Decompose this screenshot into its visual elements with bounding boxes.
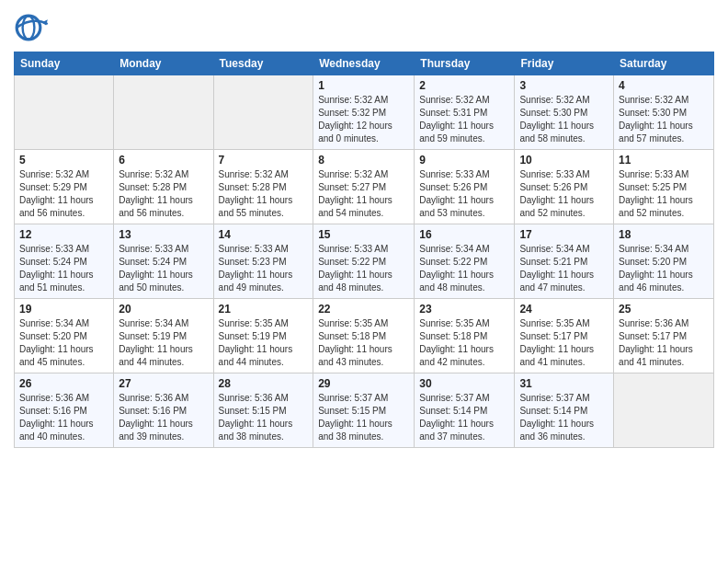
calendar-day: 17Sunrise: 5:34 AM Sunset: 5:21 PM Dayli… (515, 224, 614, 299)
day-number: 26 (19, 377, 108, 390)
day-header-wednesday: Wednesday (313, 52, 415, 75)
calendar-week-5: 26Sunrise: 5:36 AM Sunset: 5:16 PM Dayli… (15, 373, 714, 448)
day-info: Sunrise: 5:32 AM Sunset: 5:28 PM Dayligh… (119, 168, 208, 220)
day-number: 10 (519, 154, 609, 167)
calendar-day: 12Sunrise: 5:33 AM Sunset: 5:24 PM Dayli… (15, 224, 114, 299)
day-number: 14 (219, 228, 309, 241)
day-info: Sunrise: 5:35 AM Sunset: 5:18 PM Dayligh… (419, 317, 509, 369)
calendar-day: 19Sunrise: 5:34 AM Sunset: 5:20 PM Dayli… (15, 299, 114, 373)
day-number: 29 (318, 377, 409, 390)
calendar-day: 27Sunrise: 5:36 AM Sunset: 5:16 PM Dayli… (114, 373, 213, 448)
day-number: 23 (419, 303, 509, 316)
calendar-day: 14Sunrise: 5:33 AM Sunset: 5:23 PM Dayli… (213, 224, 313, 299)
day-number: 31 (519, 377, 609, 390)
calendar-day: 8Sunrise: 5:32 AM Sunset: 5:27 PM Daylig… (313, 150, 415, 224)
day-header-sunday: Sunday (15, 52, 114, 75)
day-number: 3 (519, 79, 609, 92)
day-number: 24 (519, 303, 609, 316)
calendar-day: 6Sunrise: 5:32 AM Sunset: 5:28 PM Daylig… (114, 150, 213, 224)
day-number: 8 (318, 154, 409, 167)
day-info: Sunrise: 5:35 AM Sunset: 5:19 PM Dayligh… (219, 317, 309, 369)
day-number: 25 (619, 303, 709, 316)
day-info: Sunrise: 5:37 AM Sunset: 5:14 PM Dayligh… (519, 392, 609, 443)
calendar-day: 30Sunrise: 5:37 AM Sunset: 5:14 PM Dayli… (415, 373, 515, 448)
day-info: Sunrise: 5:32 AM Sunset: 5:30 PM Dayligh… (519, 94, 609, 145)
calendar-day: 18Sunrise: 5:34 AM Sunset: 5:20 PM Dayli… (614, 224, 714, 299)
day-info: Sunrise: 5:34 AM Sunset: 5:22 PM Dayligh… (419, 243, 509, 294)
day-number: 9 (419, 154, 509, 167)
calendar-day: 11Sunrise: 5:33 AM Sunset: 5:25 PM Dayli… (614, 150, 714, 224)
calendar-day: 3Sunrise: 5:32 AM Sunset: 5:30 PM Daylig… (515, 75, 614, 150)
day-info: Sunrise: 5:32 AM Sunset: 5:29 PM Dayligh… (19, 168, 108, 220)
day-number: 11 (619, 154, 709, 167)
day-info: Sunrise: 5:32 AM Sunset: 5:32 PM Dayligh… (318, 94, 409, 145)
day-number: 15 (318, 228, 409, 241)
calendar-day (114, 75, 213, 150)
svg-point-0 (17, 16, 40, 40)
svg-point-1 (23, 16, 35, 40)
day-number: 6 (119, 154, 208, 167)
calendar-day (213, 75, 313, 150)
day-info: Sunrise: 5:32 AM Sunset: 5:30 PM Dayligh… (619, 94, 709, 145)
day-number: 2 (419, 79, 509, 92)
day-info: Sunrise: 5:34 AM Sunset: 5:20 PM Dayligh… (19, 317, 108, 369)
day-header-thursday: Thursday (415, 52, 515, 75)
calendar-table: SundayMondayTuesdayWednesdayThursdayFrid… (14, 52, 714, 448)
calendar-day: 1Sunrise: 5:32 AM Sunset: 5:32 PM Daylig… (313, 75, 415, 150)
day-number: 18 (619, 228, 709, 241)
day-info: Sunrise: 5:34 AM Sunset: 5:21 PM Dayligh… (519, 243, 609, 294)
calendar-day: 16Sunrise: 5:34 AM Sunset: 5:22 PM Dayli… (415, 224, 515, 299)
day-number: 27 (119, 377, 208, 390)
calendar-day: 5Sunrise: 5:32 AM Sunset: 5:29 PM Daylig… (15, 150, 114, 224)
day-number: 13 (119, 228, 208, 241)
day-number: 1 (318, 79, 409, 92)
day-header-saturday: Saturday (614, 52, 714, 75)
day-number: 4 (619, 79, 709, 92)
day-number: 19 (19, 303, 108, 316)
day-info: Sunrise: 5:36 AM Sunset: 5:15 PM Dayligh… (219, 392, 309, 443)
calendar-header-row: SundayMondayTuesdayWednesdayThursdayFrid… (15, 52, 714, 75)
day-info: Sunrise: 5:36 AM Sunset: 5:17 PM Dayligh… (619, 317, 709, 369)
day-info: Sunrise: 5:36 AM Sunset: 5:16 PM Dayligh… (19, 392, 108, 443)
day-number: 16 (419, 228, 509, 241)
day-info: Sunrise: 5:34 AM Sunset: 5:20 PM Dayligh… (619, 243, 709, 294)
day-info: Sunrise: 5:35 AM Sunset: 5:18 PM Dayligh… (318, 317, 409, 369)
calendar-day: 22Sunrise: 5:35 AM Sunset: 5:18 PM Dayli… (313, 299, 415, 373)
day-header-tuesday: Tuesday (213, 52, 313, 75)
calendar-day: 28Sunrise: 5:36 AM Sunset: 5:15 PM Dayli… (213, 373, 313, 448)
day-info: Sunrise: 5:33 AM Sunset: 5:26 PM Dayligh… (519, 168, 609, 220)
day-number: 7 (219, 154, 309, 167)
calendar-day: 25Sunrise: 5:36 AM Sunset: 5:17 PM Dayli… (614, 299, 714, 373)
day-info: Sunrise: 5:33 AM Sunset: 5:26 PM Dayligh… (419, 168, 509, 220)
day-number: 30 (419, 377, 509, 390)
calendar-week-3: 12Sunrise: 5:33 AM Sunset: 5:24 PM Dayli… (15, 224, 714, 299)
day-info: Sunrise: 5:33 AM Sunset: 5:24 PM Dayligh… (119, 243, 208, 294)
logo (14, 9, 54, 46)
day-info: Sunrise: 5:37 AM Sunset: 5:14 PM Dayligh… (419, 392, 509, 443)
day-number: 17 (519, 228, 609, 241)
day-info: Sunrise: 5:36 AM Sunset: 5:16 PM Dayligh… (119, 392, 208, 443)
calendar-day: 10Sunrise: 5:33 AM Sunset: 5:26 PM Dayli… (515, 150, 614, 224)
day-header-monday: Monday (114, 52, 213, 75)
day-number: 12 (19, 228, 108, 241)
day-info: Sunrise: 5:33 AM Sunset: 5:22 PM Dayligh… (318, 243, 409, 294)
day-info: Sunrise: 5:33 AM Sunset: 5:23 PM Dayligh… (219, 243, 309, 294)
day-number: 28 (219, 377, 309, 390)
calendar-day: 13Sunrise: 5:33 AM Sunset: 5:24 PM Dayli… (114, 224, 213, 299)
day-info: Sunrise: 5:34 AM Sunset: 5:19 PM Dayligh… (119, 317, 208, 369)
day-info: Sunrise: 5:32 AM Sunset: 5:27 PM Dayligh… (318, 168, 409, 220)
day-number: 21 (219, 303, 309, 316)
day-number: 5 (19, 154, 108, 167)
calendar-day: 20Sunrise: 5:34 AM Sunset: 5:19 PM Dayli… (114, 299, 213, 373)
day-info: Sunrise: 5:37 AM Sunset: 5:15 PM Dayligh… (318, 392, 409, 443)
header (14, 9, 714, 46)
calendar-day: 31Sunrise: 5:37 AM Sunset: 5:14 PM Dayli… (515, 373, 614, 448)
calendar-day: 15Sunrise: 5:33 AM Sunset: 5:22 PM Dayli… (313, 224, 415, 299)
calendar-week-1: 1Sunrise: 5:32 AM Sunset: 5:32 PM Daylig… (15, 75, 714, 150)
day-info: Sunrise: 5:33 AM Sunset: 5:25 PM Dayligh… (619, 168, 709, 220)
calendar-day: 4Sunrise: 5:32 AM Sunset: 5:30 PM Daylig… (614, 75, 714, 150)
logo-icon (14, 9, 51, 46)
calendar-day: 23Sunrise: 5:35 AM Sunset: 5:18 PM Dayli… (415, 299, 515, 373)
day-header-friday: Friday (515, 52, 614, 75)
day-number: 20 (119, 303, 208, 316)
